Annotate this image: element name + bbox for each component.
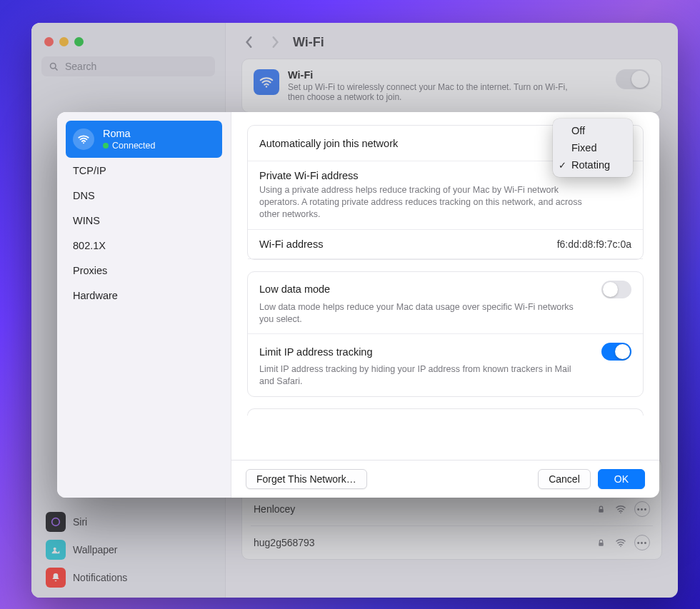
tab-8021x[interactable]: 802.1X <box>66 233 222 258</box>
network-more-button[interactable]: ••• <box>634 535 650 550</box>
svg-point-0 <box>51 63 56 69</box>
network-details-sheet: Roma Connected TCP/IP DNS WINS 802.1X Pr… <box>57 112 659 498</box>
forget-network-button[interactable]: Forget This Network… <box>246 469 367 489</box>
low-data-label: Low data mode <box>259 283 330 295</box>
status-dot-icon <box>103 143 109 149</box>
wifi-card-desc: Set up Wi-Fi to wirelessly connect your … <box>288 82 574 102</box>
auto-join-label: Automatically join this network <box>259 138 398 149</box>
minimize-window-button[interactable] <box>59 37 69 46</box>
sheet-footer: Forget This Network… Cancel OK <box>231 460 659 498</box>
search-icon <box>49 61 59 72</box>
sidebar-item-label: Siri <box>73 516 87 528</box>
network-row[interactable]: hug2g568793 ••• <box>251 525 653 559</box>
menu-option-fixed[interactable]: Fixed <box>553 139 633 156</box>
tab-hardware[interactable]: Hardware <box>66 283 222 308</box>
menu-option-off[interactable]: Off <box>553 122 633 139</box>
network-status: Connected <box>103 141 155 151</box>
wifi-icon <box>254 69 279 95</box>
cancel-button[interactable]: Cancel <box>538 469 591 489</box>
svg-point-4 <box>266 86 267 87</box>
bell-icon <box>46 568 66 588</box>
search-box[interactable] <box>41 56 215 76</box>
svg-line-1 <box>55 68 57 70</box>
sheet-sidebar: Roma Connected TCP/IP DNS WINS 802.1X Pr… <box>57 112 231 498</box>
zoom-window-button[interactable] <box>74 37 84 46</box>
network-name: Roma <box>103 128 155 140</box>
limit-ip-label: Limit IP address tracking <box>259 346 373 358</box>
sidebar-item-siri[interactable]: Siri <box>41 509 216 535</box>
lock-icon <box>594 536 607 549</box>
wifi-icon <box>73 129 94 150</box>
svg-point-8 <box>620 513 621 514</box>
private-address-menu[interactable]: Off Fixed ✓Rotating <box>553 119 633 177</box>
sidebar-item-wallpaper[interactable]: Wallpaper <box>41 537 216 563</box>
private-address-desc: Using a private address helps reduce tra… <box>259 184 584 221</box>
nav-back-button[interactable] <box>241 34 257 50</box>
checkmark-icon: ✓ <box>559 160 566 171</box>
sidebar-item-label: Wallpaper <box>73 544 118 555</box>
wifi-summary-card: Wi-Fi Set up Wi-Fi to wirelessly connect… <box>241 59 662 113</box>
close-window-button[interactable] <box>44 37 54 46</box>
network-name: Henlocey <box>254 503 295 515</box>
sidebar-item-label: Notifications <box>73 572 127 583</box>
svg-rect-7 <box>599 508 604 512</box>
tab-dns[interactable]: DNS <box>66 183 222 208</box>
wifi-address-label: Wi-Fi address <box>259 238 323 250</box>
signal-icon <box>614 503 627 515</box>
network-name: hug2g568793 <box>254 537 315 548</box>
low-data-desc: Low data mode helps reduce your Mac data… <box>259 301 584 326</box>
wifi-address-value: f6:dd:d8:f9:7c:0a <box>557 238 631 250</box>
tab-wins[interactable]: WINS <box>66 208 222 233</box>
window-controls <box>41 33 215 56</box>
tab-network-overview[interactable]: Roma Connected <box>66 121 222 158</box>
ok-button[interactable]: OK <box>598 469 645 489</box>
svg-point-10 <box>620 546 621 548</box>
svg-rect-9 <box>599 542 604 545</box>
lock-icon <box>594 503 607 515</box>
svg-point-2 <box>52 518 60 526</box>
siri-icon <box>46 512 66 532</box>
signal-icon <box>614 536 627 549</box>
wifi-master-toggle[interactable] <box>616 69 650 89</box>
menu-option-rotating[interactable]: ✓Rotating <box>553 156 633 173</box>
sidebar-item-notifications[interactable]: Notifications <box>41 565 216 590</box>
tab-proxies[interactable]: Proxies <box>66 258 222 283</box>
low-data-toggle[interactable] <box>601 281 631 298</box>
search-input[interactable] <box>65 61 208 72</box>
limit-ip-toggle[interactable] <box>601 343 631 361</box>
limit-ip-row: Limit IP address tracking Limit IP addre… <box>248 334 643 396</box>
page-title: Wi-Fi <box>293 35 324 50</box>
wallpaper-icon <box>46 540 66 560</box>
limit-ip-desc: Limit IP address tracking by hiding your… <box>259 363 584 388</box>
wifi-address-row: Wi-Fi address f6:dd:d8:f9:7c:0a <box>248 230 643 259</box>
nav-forward-button[interactable] <box>267 34 283 50</box>
low-data-row: Low data mode Low data mode helps reduce… <box>248 272 643 335</box>
tab-tcpip[interactable]: TCP/IP <box>66 158 222 183</box>
wifi-card-title: Wi-Fi <box>288 69 574 81</box>
private-address-label: Private Wi-Fi address <box>259 170 359 181</box>
svg-point-11 <box>83 142 84 144</box>
network-more-button[interactable]: ••• <box>634 501 650 517</box>
